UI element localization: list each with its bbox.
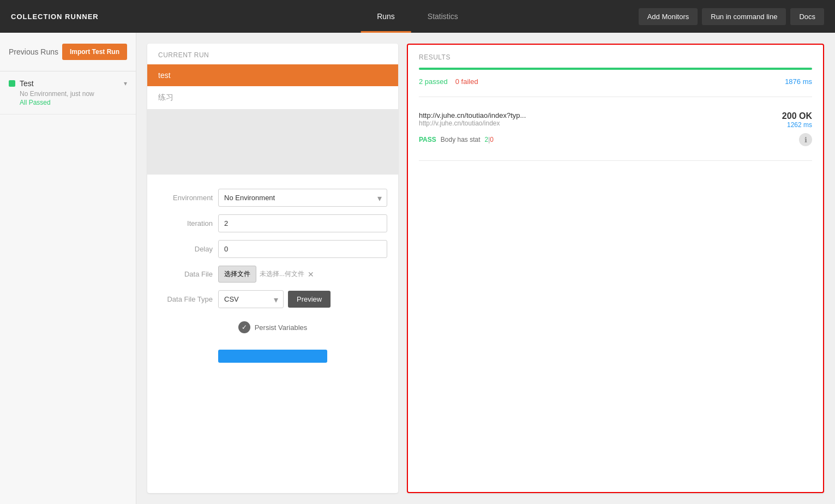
test-name: Body has stat [441,136,480,143]
run-status: All Passed [20,99,127,106]
nav-actions: Add Monitors Run in command line Docs [639,8,824,25]
tab-runs[interactable]: Runs [361,0,411,33]
environment-row: Environment No Environment ▾ [158,189,387,207]
current-run-label: CURRENT RUN [147,44,398,64]
delay-row: Delay [158,240,387,258]
test-counts: 2|0 [485,136,494,143]
sidebar-header: Previous Runs Import Test Run [0,33,136,71]
tab-statistics[interactable]: Statistics [411,0,474,33]
failed-count: 0 failed [455,77,478,86]
iteration-label: Iteration [158,219,213,227]
data-file-controls: 选择文件 未选择...何文件 ✕ [218,266,314,283]
app-title: COLLECTION RUNNER [11,13,99,21]
collection-empty-area [147,109,398,175]
sidebar-title: Previous Runs [9,47,58,56]
choose-file-button[interactable]: 选择文件 [218,266,256,283]
request-time: 1262 ms [782,121,812,129]
environment-label: Environment [158,194,213,202]
data-file-type-label: Data File Type [158,295,213,303]
iteration-row: Iteration [158,214,387,232]
results-divider-2 [419,160,812,161]
run-button-area [147,344,398,374]
data-file-row: Data File 选择文件 未选择...何文件 ✕ [158,266,387,283]
collection-item-test[interactable]: test [147,64,398,86]
results-divider [419,97,812,97]
run-button[interactable] [218,350,327,363]
no-file-text: 未选择...何文件 [260,269,304,279]
run-item-header: Test ▾ [9,79,127,88]
delay-input[interactable] [218,240,387,258]
request-row: http://v.juhe.cn/toutiao/index?typ... ht… [419,111,812,129]
preview-button[interactable]: Preview [288,291,331,308]
docs-button[interactable]: Docs [790,8,824,25]
progress-bar [419,68,812,70]
nav-tabs: Runs Statistics [361,0,474,33]
persist-variables-row: ✓ Persist Variables [158,316,387,339]
total-time: 1876 ms [785,77,812,86]
test-result-row: PASS Body has stat 2|0 ℹ [419,133,812,146]
data-file-type-controls: CSV JSON ▾ Preview [218,290,331,308]
content-area: CURRENT RUN test 练习 Environment No Envir… [136,33,835,504]
persist-label: Persist Variables [255,323,308,332]
status-indicator [9,80,15,87]
data-file-type-select[interactable]: CSV JSON [218,290,284,308]
request-urls: http://v.juhe.cn/toutiao/index?typ... ht… [419,111,782,127]
persist-check-icon[interactable]: ✓ [238,321,250,333]
data-file-type-row: Data File Type CSV JSON ▾ Preview [158,290,387,308]
top-nav: COLLECTION RUNNER Runs Statistics Add Mo… [0,0,835,33]
chevron-down-icon: ▾ [124,80,127,87]
results-label: RESULTS [419,53,812,61]
environment-select[interactable]: No Environment [218,189,387,207]
passed-count: 2 passed [419,77,448,86]
run-env: No Environment, just now [20,90,127,98]
request-url-secondary: http://v.juhe.cn/toutiao/index [419,119,782,127]
main-layout: Previous Runs Import Test Run Test ▾ No … [0,33,835,504]
data-file-label: Data File [158,270,213,278]
current-run-panel: CURRENT RUN test 练习 Environment No Envir… [147,44,398,493]
info-icon[interactable]: ℹ [799,133,812,146]
status-text: 200 OK [782,111,812,121]
sidebar: Previous Runs Import Test Run Test ▾ No … [0,33,136,504]
environment-select-wrap: No Environment ▾ [218,189,387,207]
test-count-red: 0 [490,136,494,143]
iteration-input[interactable] [218,214,387,232]
collection-item-lianxi[interactable]: 练习 [147,86,398,109]
request-result: http://v.juhe.cn/toutiao/index?typ... ht… [419,104,812,154]
add-monitors-button[interactable]: Add Monitors [639,8,698,25]
import-test-run-button[interactable]: Import Test Run [62,44,127,60]
pass-badge: PASS [419,136,436,143]
clear-file-button[interactable]: ✕ [308,270,314,279]
run-name: Test [20,79,119,88]
results-stats: 2 passed 0 failed 1876 ms [419,77,812,86]
run-item[interactable]: Test ▾ No Environment, just now All Pass… [0,71,136,115]
run-command-line-button[interactable]: Run in command line [702,8,786,25]
delay-label: Delay [158,245,213,253]
request-url-primary: http://v.juhe.cn/toutiao/index?typ... [419,111,782,119]
data-file-type-select-wrap: CSV JSON ▾ [218,290,284,308]
progress-bar-fill [419,68,812,70]
form-area: Environment No Environment ▾ Iteration D… [147,183,398,344]
request-status-area: 200 OK 1262 ms [782,111,812,129]
results-panel: RESULTS 2 passed 0 failed 1876 ms http:/… [407,44,824,493]
